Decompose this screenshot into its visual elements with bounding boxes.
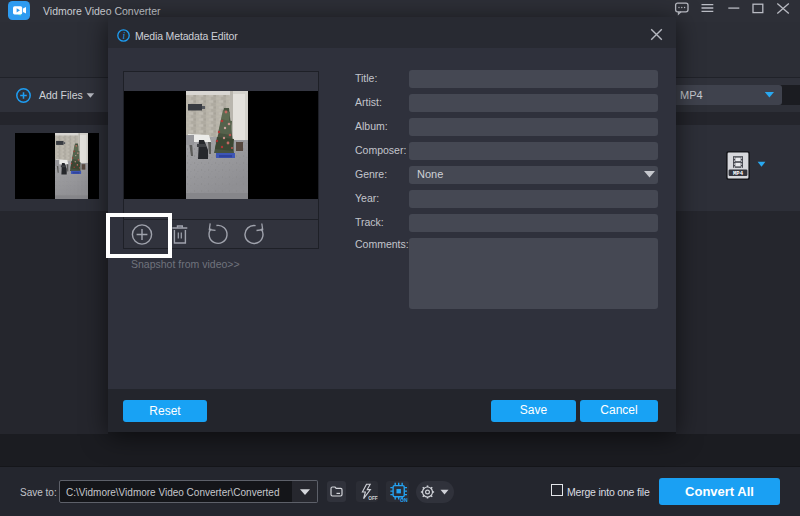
svg-text:OFF: OFF bbox=[368, 496, 378, 501]
svg-text:ON: ON bbox=[400, 497, 408, 502]
svg-text:i: i bbox=[122, 31, 125, 41]
svg-text:MP4: MP4 bbox=[733, 170, 744, 177]
